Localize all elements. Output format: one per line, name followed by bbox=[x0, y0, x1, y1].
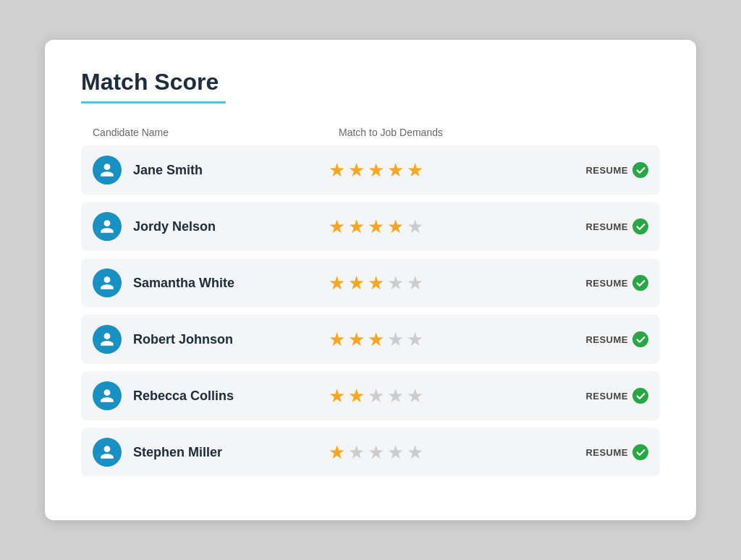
check-circle-icon bbox=[632, 331, 648, 347]
resume-badge[interactable]: RESUME bbox=[576, 331, 648, 347]
star-filled-icon: ★ bbox=[329, 330, 345, 349]
star-rating: ★★★★★ bbox=[329, 161, 576, 179]
check-circle-icon bbox=[632, 444, 648, 460]
table-row[interactable]: Stephen Miller★★★★★RESUME bbox=[81, 428, 660, 477]
star-empty-icon: ★ bbox=[407, 443, 423, 462]
candidate-name: Rebecca Collins bbox=[133, 389, 329, 404]
resume-label: RESUME bbox=[585, 391, 628, 402]
column-header-match: Match to Job Demands bbox=[339, 127, 648, 138]
table-row[interactable]: Robert Johnson★★★★★RESUME bbox=[81, 315, 660, 364]
title-underline bbox=[81, 101, 226, 103]
star-rating: ★★★★★ bbox=[329, 386, 576, 405]
table-row[interactable]: Jordy Nelson★★★★★RESUME bbox=[81, 202, 660, 251]
candidate-name: Jordy Nelson bbox=[133, 219, 329, 234]
check-circle-icon bbox=[632, 162, 648, 178]
resume-label: RESUME bbox=[585, 334, 628, 345]
star-filled-icon: ★ bbox=[348, 161, 365, 179]
star-filled-icon: ★ bbox=[329, 161, 345, 179]
column-header-name: Candidate Name bbox=[93, 127, 339, 138]
star-rating: ★★★★★ bbox=[329, 443, 576, 462]
star-filled-icon: ★ bbox=[368, 217, 384, 236]
check-circle-icon bbox=[632, 388, 648, 404]
resume-badge[interactable]: RESUME bbox=[576, 388, 648, 404]
candidate-name: Stephen Miller bbox=[133, 445, 329, 460]
candidate-name: Robert Johnson bbox=[133, 332, 329, 347]
star-empty-icon: ★ bbox=[387, 330, 404, 349]
candidate-name: Jane Smith bbox=[133, 163, 329, 178]
avatar bbox=[93, 212, 122, 241]
resume-label: RESUME bbox=[585, 447, 628, 458]
star-filled-icon: ★ bbox=[329, 386, 345, 405]
star-filled-icon: ★ bbox=[368, 330, 384, 349]
table-row[interactable]: Samantha White★★★★★RESUME bbox=[81, 258, 660, 307]
star-filled-icon: ★ bbox=[368, 273, 384, 292]
check-circle-icon bbox=[632, 275, 648, 291]
star-empty-icon: ★ bbox=[407, 217, 423, 236]
page-title: Match Score bbox=[81, 69, 660, 96]
avatar bbox=[93, 156, 122, 184]
star-rating: ★★★★★ bbox=[329, 273, 576, 292]
avatar bbox=[93, 438, 122, 467]
star-filled-icon: ★ bbox=[387, 217, 404, 236]
resume-badge[interactable]: RESUME bbox=[576, 219, 648, 234]
candidates-list: Jane Smith★★★★★RESUME Jordy Nelson★★★★★R… bbox=[81, 145, 660, 477]
star-empty-icon: ★ bbox=[368, 443, 384, 462]
star-empty-icon: ★ bbox=[407, 273, 423, 292]
star-empty-icon: ★ bbox=[407, 330, 423, 349]
star-filled-icon: ★ bbox=[329, 217, 345, 236]
resume-badge[interactable]: RESUME bbox=[576, 444, 648, 460]
star-rating: ★★★★★ bbox=[329, 330, 576, 349]
resume-label: RESUME bbox=[585, 165, 628, 176]
avatar bbox=[93, 381, 122, 410]
star-filled-icon: ★ bbox=[348, 273, 365, 292]
star-filled-icon: ★ bbox=[348, 330, 365, 349]
star-filled-icon: ★ bbox=[329, 443, 345, 462]
candidate-name: Samantha White bbox=[133, 276, 329, 291]
resume-badge[interactable]: RESUME bbox=[576, 275, 648, 291]
star-filled-icon: ★ bbox=[407, 161, 423, 179]
star-empty-icon: ★ bbox=[387, 443, 404, 462]
avatar bbox=[93, 325, 122, 354]
column-headers: Candidate Name Match to Job Demands bbox=[81, 127, 660, 138]
star-empty-icon: ★ bbox=[368, 386, 384, 405]
star-filled-icon: ★ bbox=[387, 161, 404, 179]
resume-label: RESUME bbox=[585, 278, 628, 289]
check-circle-icon bbox=[632, 219, 648, 234]
main-card: Match Score Candidate Name Match to Job … bbox=[45, 40, 696, 520]
star-filled-icon: ★ bbox=[329, 273, 345, 292]
star-empty-icon: ★ bbox=[407, 386, 423, 405]
star-filled-icon: ★ bbox=[348, 217, 365, 236]
table-row[interactable]: Jane Smith★★★★★RESUME bbox=[81, 145, 660, 195]
resume-label: RESUME bbox=[585, 221, 628, 232]
star-empty-icon: ★ bbox=[387, 273, 404, 292]
table-row[interactable]: Rebecca Collins★★★★★RESUME bbox=[81, 371, 660, 420]
star-rating: ★★★★★ bbox=[329, 217, 576, 236]
star-filled-icon: ★ bbox=[348, 386, 365, 405]
avatar bbox=[93, 268, 122, 297]
star-empty-icon: ★ bbox=[348, 443, 365, 462]
star-filled-icon: ★ bbox=[368, 161, 384, 179]
resume-badge[interactable]: RESUME bbox=[576, 162, 648, 178]
star-empty-icon: ★ bbox=[387, 386, 404, 405]
